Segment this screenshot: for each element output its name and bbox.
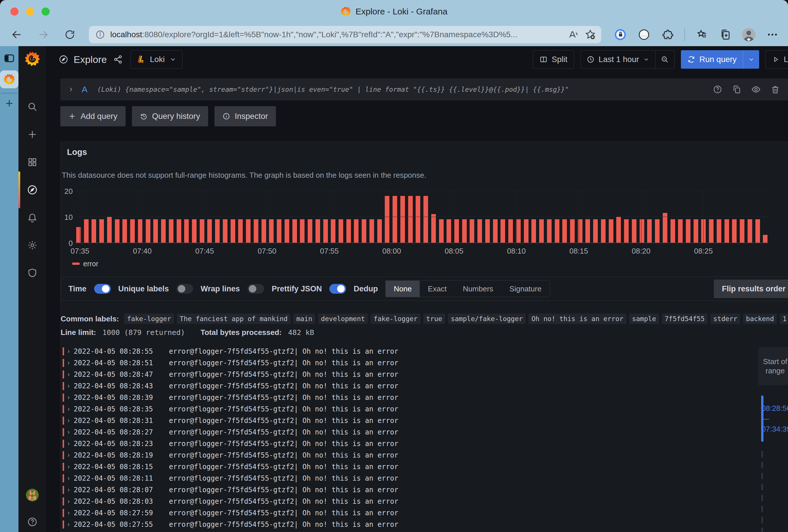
fullscreen-window-button[interactable] — [42, 7, 50, 16]
grafana-logo[interactable] — [25, 52, 40, 66]
password-manager-icon[interactable] — [614, 28, 627, 41]
sidebar-item-create[interactable] — [18, 121, 46, 148]
legend-label[interactable]: error — [83, 260, 98, 268]
disable-query-eye-icon[interactable] — [751, 84, 761, 94]
forward-button[interactable] — [37, 28, 50, 41]
x-tick-label: 08:15 — [569, 247, 588, 255]
refresh-button[interactable] — [63, 28, 76, 41]
sidebar-item-help[interactable] — [18, 512, 46, 532]
log-row[interactable]: ›2022-04-05 08:28:35error@flogger-7f5fd5… — [63, 403, 788, 415]
new-tab-button[interactable]: + — [5, 98, 13, 109]
flip-results-order-button[interactable]: Flip results order — [714, 280, 788, 298]
log-row[interactable]: ›2022-04-05 08:28:47error@flogger-7f5fd5… — [63, 369, 788, 380]
toggle-time[interactable] — [94, 284, 111, 294]
site-info-icon[interactable] — [95, 30, 105, 40]
log-row[interactable]: ›2022-04-05 08:28:03error@flogger-7f5fd5… — [63, 496, 788, 507]
log-row[interactable]: ›2022-04-05 08:28:43error@flogger-7f5fd5… — [63, 380, 788, 392]
expand-chevron-icon[interactable] — [68, 86, 74, 93]
read-aloud-icon[interactable] — [568, 29, 579, 40]
log-row[interactable]: ›2022-04-05 08:28:27error@flogger-7f5fd5… — [63, 426, 788, 438]
log-timestamp: 2022-04-05 08:28:39 — [74, 393, 169, 402]
log-row[interactable]: ›2022-04-05 08:28:07error@flogger-7f5fd5… — [63, 484, 788, 496]
extension-braces-icon[interactable]: {...} — [637, 28, 650, 41]
log-row[interactable]: ›2022-04-05 08:28:39error@flogger-7f5fd5… — [63, 392, 788, 403]
log-row[interactable]: ›2022-04-05 08:28:51error@flogger-7f5fd5… — [63, 357, 788, 369]
run-query-dropdown[interactable] — [743, 50, 759, 69]
histogram-bar — [493, 219, 498, 243]
close-window-button[interactable] — [11, 7, 18, 16]
sidebar-item-dashboards[interactable] — [18, 148, 46, 176]
log-row[interactable]: ›2022-04-05 08:28:55error@flogger-7f5fd5… — [63, 346, 788, 357]
log-timestamp: 2022-04-05 08:28:31 — [74, 416, 169, 425]
address-bar[interactable]: localhost:8080/explore?orgId=1&left=%5B"… — [89, 26, 601, 43]
log-row[interactable]: ›2022-04-05 08:28:15error@flogger-7f5fd5… — [63, 461, 788, 473]
loki-logo — [137, 55, 145, 64]
tab-panel-toggle-icon[interactable] — [3, 53, 15, 64]
user-avatar[interactable] — [26, 489, 39, 502]
log-row[interactable]: ›2022-04-05 08:28:11error@flogger-7f5fd5… — [63, 473, 788, 484]
histogram-bar — [593, 219, 598, 243]
active-tab-grafana[interactable] — [0, 70, 18, 88]
query-help-icon[interactable] — [713, 85, 722, 94]
expand-chevron-icon[interactable]: › — [67, 440, 70, 448]
favorites-list-icon[interactable] — [696, 28, 708, 41]
query-expression[interactable]: (Loki) {namespace="sample", stream="stde… — [97, 86, 707, 93]
expand-chevron-icon[interactable]: › — [67, 405, 70, 413]
expand-chevron-icon[interactable]: › — [67, 382, 70, 390]
dedup-option-numbers[interactable]: Numbers — [455, 281, 501, 297]
query-history-button[interactable]: Query history — [132, 106, 209, 126]
expand-chevron-icon[interactable]: › — [67, 463, 70, 471]
expand-chevron-icon[interactable]: › — [67, 417, 70, 424]
expand-chevron-icon[interactable]: › — [67, 394, 70, 401]
expand-chevron-icon[interactable]: › — [67, 451, 70, 459]
expand-chevron-icon[interactable]: › — [67, 359, 70, 367]
dedup-option-signature[interactable]: Signature — [501, 281, 550, 297]
expand-chevron-icon[interactable]: › — [67, 498, 70, 505]
log-timestamp: 2022-04-05 08:28:51 — [74, 359, 169, 367]
sidebar-item-search[interactable] — [18, 93, 46, 121]
share-icon[interactable] — [113, 55, 123, 64]
toggle-wrap-lines[interactable] — [248, 284, 264, 294]
inspector-button[interactable]: Inspector — [215, 106, 276, 126]
time-range-picker[interactable]: Last 1 hour — [581, 50, 655, 68]
log-row[interactable]: ›2022-04-05 08:28:23error@flogger-7f5fd5… — [63, 438, 788, 449]
log-row[interactable]: ›2022-04-05 08:27:59error@flogger-7f5fd5… — [63, 507, 788, 519]
histogram-bar — [516, 219, 521, 243]
sidebar-item-alerting[interactable] — [18, 204, 46, 231]
zoom-out-button[interactable] — [655, 50, 674, 68]
dedup-option-exact[interactable]: Exact — [420, 281, 455, 297]
query-editor-row[interactable]: A (Loki) {namespace="sample", stream="st… — [60, 79, 788, 100]
duplicate-query-icon[interactable] — [732, 85, 741, 94]
dedup-option-none[interactable]: None — [386, 281, 420, 297]
toggle-unique-labels[interactable] — [176, 284, 193, 294]
expand-chevron-icon[interactable]: › — [67, 428, 70, 436]
expand-chevron-icon[interactable]: › — [67, 475, 70, 482]
extensions-puzzle-icon[interactable] — [661, 28, 673, 41]
toggle-prettify-json[interactable] — [329, 284, 346, 294]
sidebar-item-server-admin[interactable] — [18, 259, 46, 287]
log-row[interactable]: ›2022-04-05 08:27:55error@flogger-7f5fd5… — [63, 519, 788, 530]
add-query-button[interactable]: Add query — [60, 106, 125, 126]
run-query-button[interactable]: Run query — [681, 50, 759, 69]
sidebar-item-configuration[interactable] — [18, 231, 46, 259]
range-continuation-dashes — [762, 451, 763, 532]
sidebar-item-explore[interactable] — [18, 176, 46, 204]
add-favorite-icon[interactable] — [585, 29, 596, 40]
url-text[interactable]: localhost:8080/explore?orgId=1&left=%5B"… — [110, 30, 563, 39]
live-button[interactable]: Live — [766, 50, 788, 69]
log-row[interactable]: ›2022-04-05 08:28:31error@flogger-7f5fd5… — [63, 415, 788, 426]
browser-profile-avatar[interactable] — [742, 28, 755, 41]
browser-menu-icon[interactable] — [766, 28, 779, 41]
split-button[interactable]: Split — [533, 50, 574, 69]
expand-chevron-icon[interactable]: › — [67, 521, 70, 528]
collections-icon[interactable] — [719, 28, 731, 41]
back-button[interactable] — [11, 28, 23, 41]
minimize-window-button[interactable] — [26, 7, 34, 16]
expand-chevron-icon[interactable]: › — [67, 509, 70, 517]
delete-query-icon[interactable] — [771, 85, 780, 94]
datasource-picker[interactable]: Loki — [131, 50, 182, 69]
log-row[interactable]: ›2022-04-05 08:28:19error@flogger-7f5fd5… — [63, 449, 788, 461]
expand-chevron-icon[interactable]: › — [67, 348, 70, 355]
expand-chevron-icon[interactable]: › — [67, 486, 70, 494]
expand-chevron-icon[interactable]: › — [67, 371, 70, 378]
